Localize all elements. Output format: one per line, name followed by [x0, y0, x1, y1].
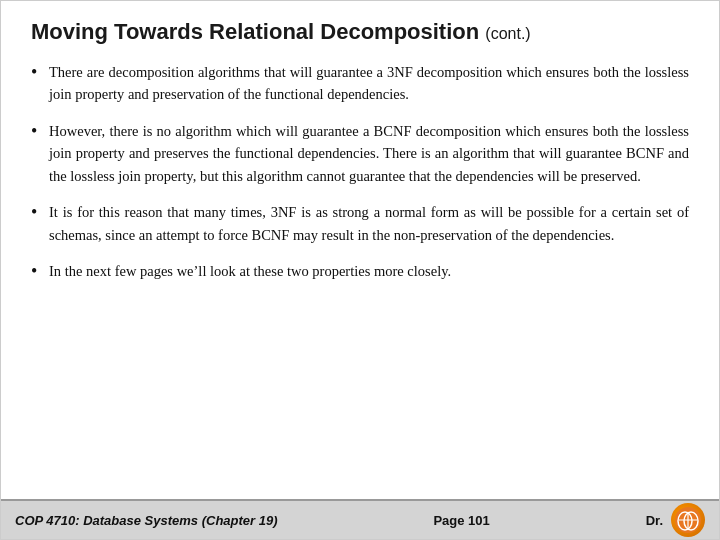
- bullet-item-2: • However, there is no algorithm which w…: [31, 120, 689, 187]
- slide-container: Moving Towards Relational Decomposition …: [0, 0, 720, 540]
- title-main: Moving Towards Relational Decomposition: [31, 19, 479, 44]
- bullet-dot-3: •: [31, 199, 49, 227]
- bullet-text-4: In the next few pages we’ll look at thes…: [49, 260, 689, 282]
- bullet-text-3: It is for this reason that many times, 3…: [49, 201, 689, 246]
- slide-body: Moving Towards Relational Decomposition …: [1, 1, 719, 499]
- bullet-item-3: • It is for this reason that many times,…: [31, 201, 689, 246]
- bullet-text-1: There are decomposition algorithms that …: [49, 61, 689, 106]
- footer-page: Page 101: [433, 513, 489, 528]
- slide-footer: COP 4710: Database Systems (Chapter 19) …: [1, 499, 719, 539]
- slide-title: Moving Towards Relational Decomposition …: [31, 19, 689, 45]
- bullet-item-4: • In the next few pages we’ll look at th…: [31, 260, 689, 286]
- bullet-dot-1: •: [31, 59, 49, 87]
- title-cont: (cont.): [485, 25, 530, 42]
- logo-svg: [674, 506, 702, 534]
- university-logo-icon: [671, 503, 705, 537]
- bullet-dot-2: •: [31, 118, 49, 146]
- bullet-item-1: • There are decomposition algorithms tha…: [31, 61, 689, 106]
- footer-author: Dr.: [646, 513, 663, 528]
- bullet-list: • There are decomposition algorithms tha…: [31, 61, 689, 286]
- bullet-text-2: However, there is no algorithm which wil…: [49, 120, 689, 187]
- footer-course: COP 4710: Database Systems (Chapter 19): [15, 513, 278, 528]
- footer-right-group: Dr.: [646, 503, 705, 537]
- bullet-dot-4: •: [31, 258, 49, 286]
